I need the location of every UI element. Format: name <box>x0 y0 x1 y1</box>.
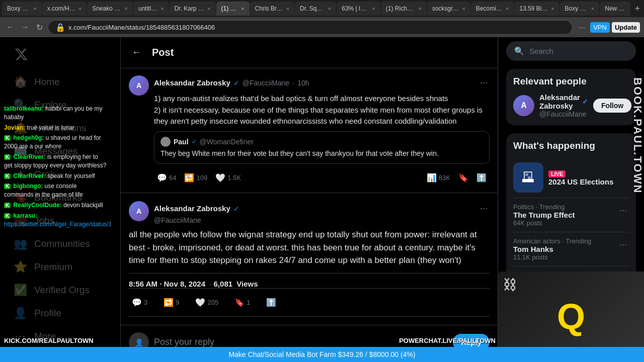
tab-close[interactable]: × <box>33 6 36 12</box>
trending-item-tomhanks[interactable]: American actors · Trending Tom Hanks 11.… <box>513 232 629 266</box>
analytics-icon: 📊 <box>427 173 437 183</box>
tab-becoming[interactable]: Becoming... × <box>471 2 514 16</box>
main-layout: 🏠 Home 🔍 Explore 🔔 Notifications ✉️ Mess… <box>0 37 644 362</box>
like-stat[interactable]: 🤍 1.5K <box>212 170 244 186</box>
trending-name: The Trump Effect <box>513 211 575 219</box>
tab-boxy[interactable]: Boxy SVG × <box>2 2 42 16</box>
rel-avatar: A <box>513 95 534 116</box>
verified-icon: ✓ <box>233 79 239 87</box>
reply-icon: 💬 <box>157 173 167 183</box>
stream-overlay: talibrolkeanu: habibi can you be my haba… <box>0 37 111 362</box>
live-badge: LIVE <box>548 170 566 177</box>
analytics-count: 83K <box>439 174 450 182</box>
stream-message: Jovian: true value is lunar <box>4 124 107 132</box>
quote-author-name: Paul <box>174 138 189 146</box>
follow-button[interactable]: Follow <box>593 99 631 113</box>
search-input[interactable] <box>529 47 628 55</box>
tab-alex[interactable]: (1) Alex × <box>216 2 250 16</box>
tab-ird[interactable]: 63% | IRD... × <box>337 2 380 16</box>
update-button[interactable]: Update <box>612 22 640 33</box>
trending-more-button[interactable]: ··· <box>617 237 629 252</box>
retweet-stat-main[interactable]: 🔁 9 <box>160 295 182 310</box>
tab-xhoc[interactable]: x.com/Hoc... × <box>42 2 87 16</box>
refresh-button[interactable]: ↻ <box>34 21 45 34</box>
tab-drkarp[interactable]: Dr. Karp Int... × <box>170 2 216 16</box>
tab-squid[interactable]: Dr. Squid... × <box>295 2 336 16</box>
tab-close[interactable]: × <box>551 6 554 12</box>
tweet-more-button[interactable]: ··· <box>478 75 490 90</box>
tab-close[interactable]: × <box>372 6 375 12</box>
tab-richard[interactable]: (1) Richard... × <box>381 2 427 16</box>
tab-close[interactable]: × <box>591 6 594 12</box>
analytics-stat[interactable]: 📊 83K <box>424 170 453 186</box>
tab-close[interactable]: × <box>462 6 465 12</box>
share-stat[interactable]: ⬆️ <box>473 170 490 186</box>
tab-label: Dr. Karp Int... <box>175 5 205 12</box>
context-tweet: A Aleksandar Zabrosky ✓ @FaucciiMane · 1… <box>121 68 498 193</box>
bookmark-stat[interactable]: 🔖 <box>455 170 471 186</box>
tab-close[interactable]: × <box>418 6 421 12</box>
back-button[interactable]: ← <box>129 44 144 61</box>
address-text: x.com/FaucciiMane/status/185488563180706… <box>68 24 565 31</box>
share-stat-main[interactable]: ⬆️ <box>263 295 279 310</box>
reply-stat-main[interactable]: 💬 3 <box>129 295 150 310</box>
tab-close[interactable]: × <box>160 6 164 12</box>
tab-label: Boxy SVG <box>7 5 30 12</box>
browser-toolbar: ← → ↻ 🔒 x.com/FaucciiMane/status/1854885… <box>0 17 644 37</box>
new-tab-button[interactable]: + <box>633 2 642 16</box>
quote-author-row: Paul ✓ @WomanDefiner <box>160 137 483 147</box>
extensions-button[interactable]: ⋯ <box>576 22 588 33</box>
watermark-left: KICK.COM/REALPAULTOWN <box>4 337 94 344</box>
trending-text: American actors · Trending Tom Hanks 11.… <box>513 237 591 261</box>
heart-icon: 🤍 <box>195 298 205 307</box>
retweet-stat[interactable]: 🔁 109 <box>181 170 210 186</box>
tab-chrisb[interactable]: Chris Brun... × <box>250 2 295 16</box>
bookmark-stat-main[interactable]: 🔖 1 <box>231 295 253 310</box>
trending-item-elections[interactable]: 🗳 LIVE 2024 US Elections <box>513 157 629 198</box>
avatar: A <box>129 75 149 96</box>
forward-button[interactable]: → <box>19 21 31 34</box>
tab-close[interactable]: × <box>286 6 289 12</box>
tweet-more-button[interactable]: ··· <box>478 201 490 216</box>
vpn-button[interactable]: VPN <box>590 22 610 33</box>
k-badge: K <box>4 154 11 160</box>
tab-close[interactable]: × <box>506 6 509 12</box>
tab-close[interactable]: × <box>207 6 210 12</box>
chat-username: karrasu: <box>14 212 37 219</box>
relevant-person: A Aleksandar Zabrosky ✓ @FaucciiMane Fol… <box>513 93 629 118</box>
tweet-timestamp: 10h <box>297 79 309 87</box>
reply-stat[interactable]: 💬 64 <box>154 170 179 186</box>
tab-label: socksgryp... <box>432 5 459 12</box>
back-button[interactable]: ← <box>4 21 16 34</box>
k-badge: K <box>4 203 11 208</box>
search-box[interactable]: 🔍 <box>506 41 636 61</box>
relevant-people-title: Relevant people <box>513 76 629 87</box>
tab-socksgryp[interactable]: socksgryp... × <box>427 2 470 16</box>
views-label: Views <box>236 280 258 288</box>
bookmark-icon: 🔖 <box>458 173 468 183</box>
tab-close-active[interactable]: × <box>241 6 244 12</box>
k-badge: K <box>4 173 11 179</box>
tab-close[interactable]: × <box>328 6 331 12</box>
chat-text: https://twitter.com/Nigel_Farage/status/… <box>4 221 111 228</box>
tab-newtab[interactable]: New Tab <box>600 2 630 16</box>
chat-username: talibrolkeanu: <box>4 105 44 112</box>
tab-label: Becoming... <box>476 5 503 12</box>
watermark-vertical: BOOK.PAUL.TOWN <box>631 77 644 194</box>
tab-close[interactable]: × <box>78 6 82 12</box>
address-bar[interactable]: 🔒 x.com/FaucciiMane/status/1854885631807… <box>48 20 573 35</box>
rel-handle: @FaucciiMane <box>539 110 588 118</box>
tab-untitled[interactable]: untitled - × <box>133 2 169 16</box>
quote-avatar <box>160 137 171 147</box>
tab-sneako[interactable]: Sneako Up... × <box>87 2 133 16</box>
reply-avatar-icon: 👤 <box>135 338 143 346</box>
tab-close[interactable]: × <box>125 6 128 12</box>
tab-boxy2[interactable]: Boxy SVG × <box>560 2 600 16</box>
stream-message: K karrasu: https://twitter.com/Nigel_Far… <box>4 212 107 229</box>
stream-message: K hedgeh0g: u shaved ur head for 2000 ar… <box>4 134 107 151</box>
main-tweet: A Aleksandar Zabrosky ✓ ··· @FaucciiMane <box>121 193 498 325</box>
like-stat-main[interactable]: 🤍 205 <box>192 295 221 310</box>
trending-item-trump[interactable]: Politics · Trending The Trump Effect 64K… <box>513 198 629 232</box>
tab-bina[interactable]: 13.59 Bina... × <box>514 2 559 16</box>
trending-more-button[interactable]: ··· <box>617 203 629 218</box>
